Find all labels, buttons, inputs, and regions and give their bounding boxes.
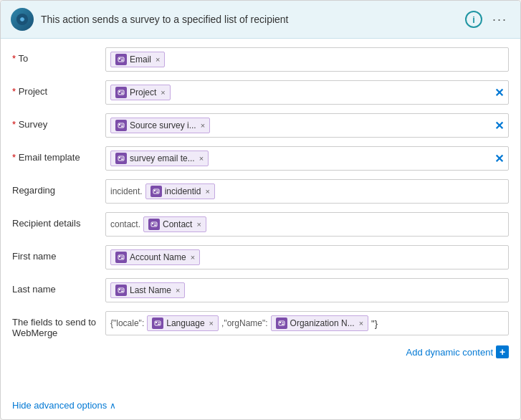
tag-contact-close[interactable]: × [196, 220, 201, 229]
tag-language: Language × [147, 315, 219, 331]
tag-org-name-close[interactable]: × [359, 319, 363, 328]
svg-rect-16 [121, 158, 123, 158]
header-logo-icon [11, 8, 34, 31]
svg-rect-29 [121, 258, 123, 259]
svg-rect-17 [121, 159, 123, 160]
tag-project-close[interactable]: × [161, 88, 165, 97]
webmerge-middle: ,"orgName": [221, 318, 268, 328]
form-row-webmerge: The fields to send to WebMerge {"locale"… [12, 311, 509, 338]
tag-incidentid-text: incidentid [165, 186, 201, 196]
tag-org-name: Organization N... × [271, 315, 368, 331]
svg-rect-7 [119, 91, 120, 92]
field-email-template-clear[interactable]: ✕ [494, 152, 504, 166]
tag-email-template-close[interactable]: × [199, 154, 204, 163]
svg-rect-20 [156, 191, 158, 191]
label-email-template: * Email template [12, 146, 105, 163]
tag-email-template-text: survey email te... [130, 153, 195, 163]
label-recipient-details: Recipient details [12, 212, 105, 229]
add-dynamic-label: Add dynamic content [406, 347, 493, 358]
card-header: This action sends a survey to a specifie… [1, 1, 520, 39]
field-email-template[interactable]: survey email te... × ✕ [105, 146, 509, 171]
tag-icon-last-name [115, 285, 127, 296]
header-title: This action sends a survey to a specifie… [41, 14, 458, 25]
field-regarding[interactable]: incident. incidentid × [105, 179, 509, 204]
tag-last-name: Last Name × [110, 282, 185, 298]
form-row-first-name: First name Account Name × [12, 245, 509, 271]
field-last-name[interactable]: Last Name × [105, 278, 509, 302]
tag-last-name-close[interactable]: × [176, 286, 180, 295]
hide-advanced-label: Hide advanced options [12, 400, 107, 411]
tag-account-name-close[interactable]: × [191, 253, 195, 262]
add-dynamic-row: Add dynamic content + [12, 345, 509, 358]
tag-project-text: Project [130, 87, 156, 97]
regarding-prefix: incident. [110, 186, 143, 196]
form-row-email-template: * Email template survey email te... × ✕ [12, 146, 509, 172]
field-survey-clear[interactable]: ✕ [494, 119, 504, 133]
card-body: * To Email × * Project [1, 39, 520, 396]
field-project[interactable]: Project × ✕ [105, 80, 509, 105]
svg-point-1 [20, 17, 24, 21]
tag-survey-close[interactable]: × [201, 121, 205, 130]
label-last-name: Last name [12, 278, 105, 295]
label-regarding: Regarding [12, 179, 105, 196]
recipient-prefix: contact. [110, 219, 140, 229]
tag-last-name-text: Last Name [130, 285, 171, 295]
tag-incidentid: incidentid × [145, 183, 215, 199]
add-dynamic-plus-icon: + [496, 345, 509, 358]
field-recipient-details[interactable]: contact. Contact × [105, 212, 509, 237]
svg-rect-31 [119, 289, 120, 290]
tag-icon-account-name [115, 252, 127, 263]
chevron-up-icon: ∧ [110, 401, 116, 411]
tag-icon-email-template [115, 153, 127, 164]
add-dynamic-content-button[interactable]: Add dynamic content + [406, 345, 509, 358]
tag-survey-text: Source survey i... [130, 120, 196, 130]
svg-rect-40 [282, 323, 284, 323]
tag-contact-text: Contact [163, 219, 192, 229]
form-row-regarding: Regarding incident. incidentid × [12, 179, 509, 205]
tag-account-name: Account Name × [110, 249, 200, 265]
tag-incidentid-close[interactable]: × [205, 187, 209, 196]
tag-email-close[interactable]: × [156, 55, 160, 64]
form-row-survey: * Survey Source survey i... × ✕ [12, 113, 509, 139]
field-to[interactable]: Email × [105, 47, 509, 72]
webmerge-prefix: {"locale": [110, 318, 144, 328]
hide-advanced-button[interactable]: Hide advanced options ∧ [1, 396, 520, 419]
svg-rect-15 [119, 157, 120, 158]
form-row-recipient-details: Recipient details contact. Contact × [12, 212, 509, 238]
form-row-to: * To Email × [12, 47, 509, 73]
tag-org-name-text: Organization N... [290, 318, 355, 328]
tag-project: Project × [110, 85, 171, 100]
form-row-project: * Project Project × ✕ [12, 80, 509, 106]
label-project: * Project [12, 80, 105, 97]
tag-email: Email × [110, 52, 165, 67]
svg-rect-12 [121, 125, 123, 125]
tag-email-text: Email [130, 54, 151, 65]
field-survey[interactable]: Source survey i... × ✕ [105, 113, 509, 138]
tag-survey: Source survey i... × [110, 118, 210, 133]
field-first-name[interactable]: Account Name × [105, 245, 509, 269]
svg-rect-3 [119, 58, 120, 59]
tag-icon-incidentid [150, 186, 162, 197]
field-project-clear[interactable]: ✕ [494, 86, 504, 100]
svg-rect-41 [282, 324, 284, 325]
field-webmerge[interactable]: {"locale": Language × ,"orgName": Organi… [105, 311, 509, 335]
svg-rect-27 [119, 256, 120, 257]
tag-icon-contact [148, 219, 160, 230]
tag-icon-email [115, 54, 127, 65]
svg-rect-19 [154, 190, 156, 191]
svg-rect-24 [154, 224, 156, 224]
svg-rect-35 [156, 322, 157, 323]
tag-contact: Contact × [143, 216, 206, 232]
svg-rect-8 [121, 92, 123, 92]
more-options-button[interactable]: ··· [489, 12, 510, 27]
label-webmerge: The fields to send to WebMerge [12, 311, 105, 338]
svg-rect-11 [119, 124, 120, 125]
tag-account-name-text: Account Name [130, 252, 186, 262]
info-button[interactable]: i [465, 11, 482, 28]
svg-rect-21 [156, 192, 158, 193]
tag-language-close[interactable]: × [209, 319, 214, 328]
tag-language-text: Language [166, 318, 204, 328]
svg-rect-9 [121, 93, 123, 94]
label-to: * To [12, 47, 105, 64]
tag-icon-org-name [276, 318, 287, 329]
